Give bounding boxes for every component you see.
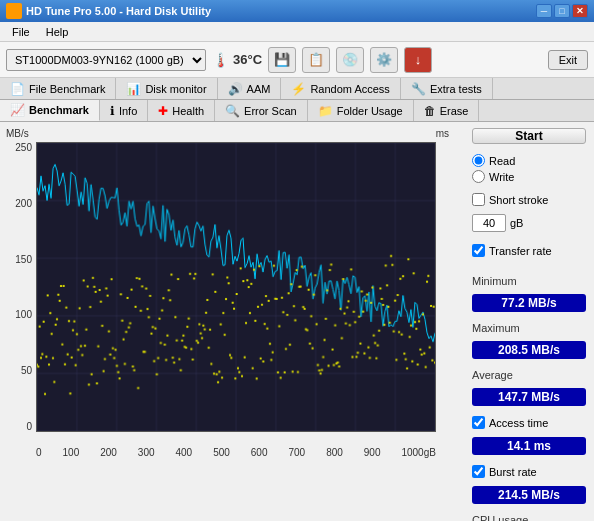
burst-rate-input[interactable] [472,465,485,478]
tab-extra-tests[interactable]: 🔧 Extra tests [401,78,493,99]
yaxis-left-val-4: 50 [21,365,32,376]
menu-file[interactable]: File [4,24,38,40]
minimize-button[interactable]: ─ [536,4,552,18]
xaxis: 0 100 200 300 400 500 600 700 800 900 10… [36,447,436,458]
xaxis-val-3: 300 [138,447,155,458]
yaxis-left: 250 200 150 100 50 0 [6,142,34,432]
error-scan-icon: 🔍 [225,104,240,118]
toolbar-btn-1[interactable]: 💾 [268,47,296,73]
info-icon: ℹ [110,104,115,118]
health-icon: ✚ [158,104,168,118]
tab-disk-monitor[interactable]: 📊 Disk monitor [116,78,217,99]
tab-file-benchmark[interactable]: 📄 File Benchmark [0,78,116,99]
tab-aam[interactable]: 🔊 AAM [218,78,282,99]
xaxis-val-2: 200 [100,447,117,458]
tab-folder-usage[interactable]: 📁 Folder Usage [308,100,414,121]
tab-random-access[interactable]: ⚡ Random Access [281,78,400,99]
tab-error-scan[interactable]: 🔍 Error Scan [215,100,308,121]
close-button[interactable]: ✕ [572,4,588,18]
right-panel: Start Read Write Short stroke gB Transfe… [464,122,594,521]
file-benchmark-icon: 📄 [10,82,25,96]
tab-erase[interactable]: 🗑 Erase [414,100,480,121]
short-stroke-checkbox[interactable]: Short stroke [472,193,586,206]
read-radio-input[interactable] [472,154,485,167]
window-title: HD Tune Pro 5.00 - Hard Disk Utility [26,5,211,17]
main-content: MB/s ms 250 200 150 100 50 0 50 40 30 20… [0,122,594,521]
extra-tests-icon: 🔧 [411,82,426,96]
tab-benchmark[interactable]: 📈 Benchmark [0,100,100,121]
access-time-checkbox[interactable]: Access time [472,416,586,429]
exit-button[interactable]: Exit [548,50,588,70]
read-radio[interactable]: Read [472,154,586,167]
tab-info[interactable]: ℹ Info [100,100,148,121]
toolbar-btn-5[interactable]: ↓ [404,47,432,73]
window-controls[interactable]: ─ □ ✕ [536,4,588,18]
xaxis-val-5: 500 [213,447,230,458]
short-stroke-input[interactable] [472,193,485,206]
tabs-row1: 📄 File Benchmark 📊 Disk monitor 🔊 AAM ⚡ … [0,78,594,100]
xaxis-val-9: 900 [364,447,381,458]
temperature-value: 36°C [233,52,262,67]
toolbar-btn-4[interactable]: ⚙️ [370,47,398,73]
minimum-label: Minimum [472,275,586,287]
xaxis-val-10: 1000gB [401,447,435,458]
transfer-rate-checkbox[interactable]: Transfer rate [472,244,586,257]
yaxis-left-unit-label: MB/s [6,128,29,139]
toolbar: ST1000DM003-9YN162 (1000 gB) 🌡️ 36°C 💾 📋… [0,42,594,78]
tab-health-label: Health [172,105,204,117]
xaxis-val-8: 800 [326,447,343,458]
yaxis-left-val-5: 0 [26,421,32,432]
tab-folder-usage-label: Folder Usage [337,105,403,117]
tab-error-scan-label: Error Scan [244,105,297,117]
burst-rate-value: 214.5 MB/s [472,486,586,504]
disk-monitor-icon: 📊 [126,82,141,96]
thermometer-icon: 🌡️ [212,52,229,68]
toolbar-btn-2[interactable]: 📋 [302,47,330,73]
burst-rate-checkbox[interactable]: Burst rate [472,465,586,478]
tab-health[interactable]: ✚ Health [148,100,215,121]
tab-disk-monitor-label: Disk monitor [145,83,206,95]
write-radio[interactable]: Write [472,170,586,183]
xaxis-val-7: 700 [288,447,305,458]
xaxis-val-0: 0 [36,447,42,458]
access-time-input[interactable] [472,416,485,429]
yaxis-left-val-3: 100 [15,309,32,320]
minimum-value: 77.2 MB/s [472,294,586,312]
yaxis-left-val-2: 150 [15,254,32,265]
xaxis-val-1: 100 [63,447,80,458]
yaxis-left-val-0: 250 [15,142,32,153]
random-access-icon: ⚡ [291,82,306,96]
tab-benchmark-label: Benchmark [29,104,89,116]
erase-icon: 🗑 [424,104,436,118]
menu-help[interactable]: Help [38,24,77,40]
maximum-value: 208.5 MB/s [472,341,586,359]
tab-aam-label: AAM [247,83,271,95]
xaxis-val-4: 400 [176,447,193,458]
access-time-value: 14.1 ms [472,437,586,455]
start-button[interactable]: Start [472,128,586,144]
chart-wrapper: MB/s ms 250 200 150 100 50 0 50 40 30 20… [6,128,451,458]
transfer-rate-input[interactable] [472,244,485,257]
average-value: 147.7 MB/s [472,388,586,406]
aam-icon: 🔊 [228,82,243,96]
read-label: Read [489,155,515,167]
benchmark-chart [36,142,436,432]
tab-erase-label: Erase [440,105,469,117]
write-label: Write [489,171,514,183]
access-time-label: Access time [489,417,548,429]
drive-selector[interactable]: ST1000DM003-9YN162 (1000 gB) [6,49,206,71]
benchmark-icon: 📈 [10,103,25,117]
toolbar-btn-3[interactable]: 💿 [336,47,364,73]
menu-bar: File Help [0,22,594,42]
short-stroke-unit: gB [510,217,523,229]
write-radio-input[interactable] [472,170,485,183]
app-icon [6,3,22,19]
short-stroke-row: gB [472,214,586,232]
yaxis-right-unit-label: ms [436,128,449,139]
restore-button[interactable]: □ [554,4,570,18]
tab-random-access-label: Random Access [310,83,389,95]
short-stroke-value-input[interactable] [472,214,506,232]
temperature-display: 🌡️ 36°C [212,52,262,68]
burst-rate-label: Burst rate [489,466,537,478]
tab-file-benchmark-label: File Benchmark [29,83,105,95]
